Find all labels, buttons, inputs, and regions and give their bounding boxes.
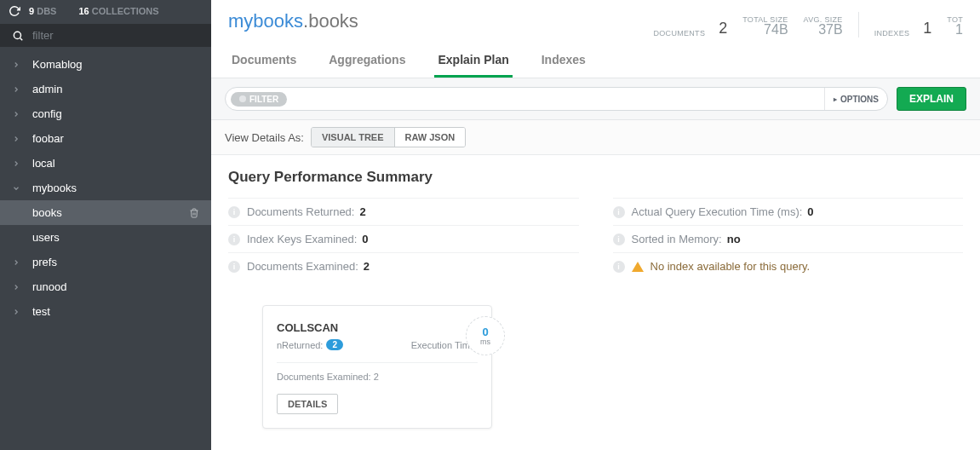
sidebar-db-foobar[interactable]: foobar [0, 126, 211, 151]
info-icon: i [228, 206, 240, 218]
sidebar-db-prefs[interactable]: prefs [0, 250, 211, 274]
nreturned-label: nReturned: [277, 340, 323, 350]
view-toggle: VISUAL TREE RAW JSON [311, 127, 466, 147]
summary-title: Query Performance Summary [228, 169, 963, 186]
tab-indexes[interactable]: Indexes [538, 46, 589, 78]
collscan-title: COLLSCAN [277, 321, 478, 334]
clock-value: 0 [482, 326, 488, 338]
db-label: test [32, 305, 50, 318]
db-label: runood [32, 280, 66, 293]
search-icon [12, 30, 24, 42]
dbs-count: 9 [29, 6, 34, 16]
clock-unit: ms [480, 338, 490, 346]
explain-button[interactable]: EXPLAIN [897, 87, 966, 111]
details-button[interactable]: DETAILS [277, 394, 338, 414]
filter-input[interactable] [32, 29, 199, 42]
collection-label: books [32, 206, 62, 219]
summary-line: iIndex Keys Examined: 0 [228, 225, 579, 252]
db-label: prefs [32, 256, 57, 268]
filter-box[interactable]: FILTER ▸OPTIONS [225, 87, 888, 111]
chevron-right-icon [12, 85, 24, 94]
sidebar-db-mybooks[interactable]: mybooks [0, 176, 211, 200]
sidebar-collection-books[interactable]: books [0, 200, 211, 225]
trash-icon[interactable] [189, 208, 199, 218]
svg-line-1 [20, 38, 23, 40]
summary-key: Index Keys Examined: [247, 233, 357, 245]
chevron-right-icon [12, 110, 24, 118]
db-label: config [32, 107, 62, 120]
summary-value: 0 [362, 233, 368, 245]
info-icon: i [613, 261, 625, 273]
chevron-right-icon [12, 184, 24, 193]
sidebar-collection-users[interactable]: users [0, 225, 211, 250]
summary-line: iSorted in Memory: no [613, 225, 964, 252]
sidebar-db-Komablog[interactable]: Komablog [0, 52, 211, 77]
nreturned-value: 2 [326, 339, 343, 350]
caret-right-icon: ▸ [834, 95, 837, 103]
chevron-right-icon [12, 159, 24, 168]
stat-documents-value: 2 [719, 20, 727, 38]
db-label: admin [32, 83, 62, 95]
docs-examined: Documents Examined: 2 [277, 372, 478, 382]
filter-bar: FILTER ▸OPTIONS EXPLAIN [211, 78, 980, 120]
tab-explain-plan[interactable]: Explain Plan [434, 46, 512, 78]
view-toggle-bar: View Details As: VISUAL TREE RAW JSON [211, 120, 980, 155]
db-label: local [32, 157, 55, 170]
summary-line: iDocuments Examined: 2 [228, 252, 579, 280]
stat-indexes-value: 1 [923, 20, 931, 38]
stat-indexes-label: INDEXES [874, 29, 910, 38]
breadcrumb-db[interactable]: mybooks [228, 10, 303, 32]
sidebar-db-runood[interactable]: runood [0, 274, 211, 299]
filter-pill: FILTER [231, 92, 287, 107]
stat-documents-label: DOCUMENTS [654, 29, 706, 38]
view-raw-json[interactable]: RAW JSON [394, 128, 466, 147]
collections-label: COLLECTIONS [92, 6, 159, 16]
options-button[interactable]: ▸OPTIONS [824, 88, 887, 110]
stat-avgsize-value: 37B [804, 22, 843, 38]
summary-value: no [727, 233, 741, 245]
summary-key: Sorted in Memory: [632, 233, 722, 245]
view-visual-tree[interactable]: VISUAL TREE [312, 128, 394, 147]
refresh-icon[interactable] [9, 5, 20, 17]
main: mybooks.books DOCUMENTS 2 TOTAL SIZE74B … [211, 0, 980, 450]
sidebar: 9 DBS 16 COLLECTIONS Komablogadminconfig… [0, 0, 211, 450]
info-icon: i [228, 234, 240, 245]
summary-left-col: iDocuments Returned: 2iIndex Keys Examin… [228, 198, 579, 280]
sidebar-db-test[interactable]: test [0, 299, 211, 324]
plan-tree: 0 ms COLLSCAN nReturned: 2 Execution Tim… [228, 280, 963, 450]
sidebar-db-admin[interactable]: admin [0, 77, 211, 101]
dbs-label: DBS [37, 6, 56, 16]
info-icon: i [613, 206, 625, 218]
summary-key: Documents Returned: [247, 205, 354, 218]
header-stats: DOCUMENTS 2 TOTAL SIZE74B AVG. SIZE37B I… [654, 10, 963, 38]
chevron-right-icon [12, 61, 24, 69]
breadcrumb-coll: .books [303, 10, 358, 32]
summary-key: Documents Examined: [247, 260, 358, 273]
sidebar-db-local[interactable]: local [0, 151, 211, 176]
summary-line: iNo index available for this query. [613, 252, 964, 280]
db-label: mybooks [32, 182, 77, 194]
sidebar-db-config[interactable]: config [0, 101, 211, 126]
tab-aggregations[interactable]: Aggregations [325, 46, 409, 78]
header: mybooks.books DOCUMENTS 2 TOTAL SIZE74B … [211, 0, 980, 78]
db-label: foobar [32, 132, 64, 145]
view-toggle-label: View Details As: [225, 131, 304, 144]
summary-line: iActual Query Execution Time (ms): 0 [613, 198, 964, 225]
tab-documents[interactable]: Documents [228, 46, 300, 78]
main-tabs: DocumentsAggregationsExplain PlanIndexes [228, 46, 963, 78]
info-icon: i [228, 261, 240, 273]
execution-clock: 0 ms [466, 316, 505, 355]
info-icon: i [613, 234, 625, 245]
sidebar-filter [0, 24, 211, 47]
chevron-right-icon [12, 308, 24, 316]
database-list: Komablogadminconfigfoobarlocalmybooksboo… [0, 52, 211, 450]
breadcrumb: mybooks.books [228, 10, 358, 32]
svg-point-0 [14, 32, 20, 38]
content: Query Performance Summary iDocuments Ret… [211, 155, 980, 450]
summary-value: 0 [807, 205, 813, 218]
stat-tot-value: 1 [947, 22, 963, 38]
summary-value: 2 [364, 260, 370, 273]
collections-count: 16 [78, 6, 89, 16]
summary-value: 2 [359, 205, 365, 218]
summary-right-col: iActual Query Execution Time (ms): 0iSor… [613, 198, 964, 280]
